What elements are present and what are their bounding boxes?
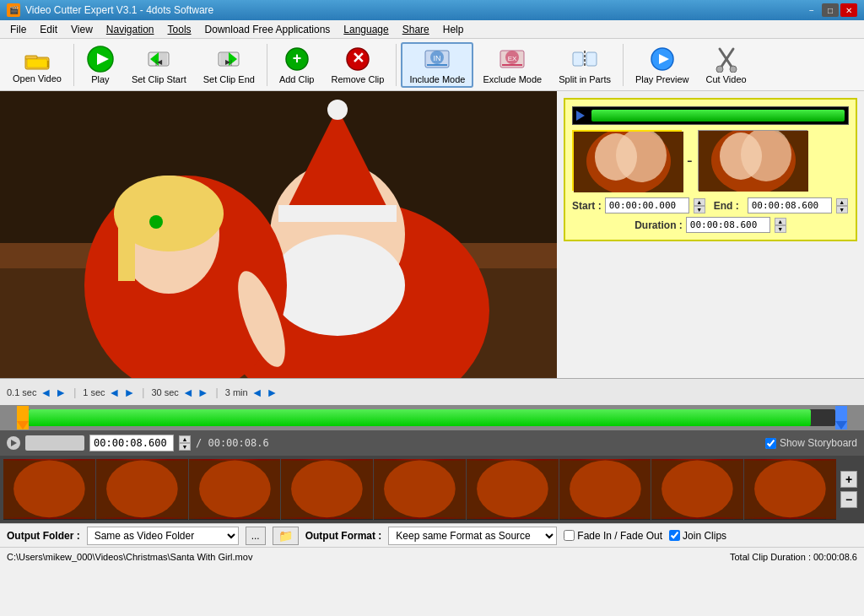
sep1: | xyxy=(73,386,76,398)
close-button[interactable]: ✕ xyxy=(840,3,857,17)
step3-prev[interactable]: ◄ xyxy=(182,386,194,399)
split-in-parts-button[interactable]: Split in Parts xyxy=(551,42,618,88)
clip-thumb-end xyxy=(698,130,807,191)
exclude-mode-button[interactable]: EX Exclude Mode xyxy=(475,42,549,88)
duration-spin-down[interactable]: ▼ xyxy=(775,225,786,233)
set-clip-end-button[interactable]: ▶| Set Clip End xyxy=(196,42,262,88)
add-clip-label: Add Clip xyxy=(279,74,315,84)
sb-img-8 xyxy=(744,459,836,519)
menu-file[interactable]: File xyxy=(3,22,33,37)
output-format-select[interactable]: Keep same Format as Source xyxy=(388,527,557,545)
start-input[interactable] xyxy=(605,197,689,213)
step4-next[interactable]: ► xyxy=(266,386,278,399)
menu-edit[interactable]: Edit xyxy=(33,22,64,37)
duration-input[interactable] xyxy=(686,217,770,233)
add-clip-button[interactable]: + Add Clip xyxy=(272,42,322,88)
svg-rect-25 xyxy=(502,64,522,66)
set-clip-start-button[interactable]: |◀ Set Clip Start xyxy=(124,42,194,88)
svg-text:EX: EX xyxy=(508,55,517,62)
storyboard-label: Show Storyboard xyxy=(780,437,857,449)
remove-clip-button[interactable]: ✕ Remove Clip xyxy=(323,42,392,88)
start-spin-down[interactable]: ▼ xyxy=(694,206,705,213)
zoom-in-button[interactable]: + xyxy=(840,471,857,488)
open-video-button[interactable]: Open Video xyxy=(5,42,69,88)
menu-download[interactable]: Download Free Applications xyxy=(198,22,338,37)
sb-img-5 xyxy=(467,459,559,519)
step4-prev[interactable]: ◄ xyxy=(251,386,263,399)
svg-rect-47 xyxy=(118,213,135,281)
start-spin-up[interactable]: ▲ xyxy=(694,198,705,206)
sb-time-8: 00:00:08.0 xyxy=(744,519,836,520)
play-preview-button[interactable]: Play Preview xyxy=(628,42,697,88)
fade-label: Fade In / Fade Out xyxy=(577,530,662,542)
svg-point-71 xyxy=(570,460,641,517)
set-clip-start-label: Set Clip Start xyxy=(132,74,186,84)
svg-point-69 xyxy=(477,460,548,517)
open-folder-icon xyxy=(24,46,51,72)
include-mode-button[interactable]: IN Include Mode xyxy=(401,42,473,88)
svg-point-48 xyxy=(149,215,163,229)
svg-text:✕: ✕ xyxy=(351,50,364,67)
step2-val: 1 sec xyxy=(83,387,105,397)
include-mode-icon: IN xyxy=(424,46,451,73)
menu-help[interactable]: Help xyxy=(436,22,471,37)
sb-time-4: 00:00:04.0 xyxy=(374,519,466,520)
sb-thumb-6: 00:00:06.0 xyxy=(559,459,651,520)
sb-thumb-3: 00:00:03.0 xyxy=(281,459,373,520)
menu-navigation[interactable]: Navigation xyxy=(100,22,161,37)
maximize-button[interactable]: □ xyxy=(822,3,839,17)
browse-button[interactable]: ... xyxy=(246,527,266,545)
cut-video-icon xyxy=(713,46,740,73)
sb-time-3: 00:00:03.0 xyxy=(281,519,373,520)
storyboard-checkbox[interactable] xyxy=(765,438,776,449)
svg-point-33 xyxy=(716,66,723,73)
end-spin-down[interactable]: ▼ xyxy=(836,206,848,213)
sb-img-0 xyxy=(3,459,95,519)
menu-tools[interactable]: Tools xyxy=(161,22,198,37)
menu-share[interactable]: Share xyxy=(396,22,436,37)
separator-1 xyxy=(73,44,74,86)
step1-prev[interactable]: ◄ xyxy=(40,386,51,399)
time-slider[interactable] xyxy=(25,435,84,451)
cut-video-button[interactable]: Cut Video xyxy=(699,42,754,88)
menu-view[interactable]: View xyxy=(64,22,100,37)
svg-point-75 xyxy=(754,460,826,517)
open-folder-button[interactable]: 📁 xyxy=(273,527,299,545)
step2-next[interactable]: ► xyxy=(123,386,135,399)
join-checkbox[interactable] xyxy=(669,530,680,541)
duration-spin-up[interactable]: ▲ xyxy=(775,218,786,225)
svg-rect-27 xyxy=(586,52,597,66)
minimize-button[interactable]: − xyxy=(803,3,820,17)
timeline-handle-right[interactable] xyxy=(835,406,847,430)
menu-language[interactable]: Language xyxy=(337,22,395,37)
time-spin-up[interactable]: ▲ xyxy=(179,435,191,443)
play-preview-icon xyxy=(649,46,676,73)
fade-checkbox[interactable] xyxy=(564,530,575,541)
include-mode-label: Include Mode xyxy=(409,74,465,84)
clip-play-button[interactable] xyxy=(576,111,585,121)
timeline-bar[interactable] xyxy=(0,405,864,430)
sep3: | xyxy=(216,386,219,398)
play-button[interactable]: Play xyxy=(78,42,122,88)
current-time-input[interactable] xyxy=(89,435,174,451)
svg-text:IN: IN xyxy=(434,54,441,62)
time-display-row: ▲ ▼ / 00:00:08.6 Show Storyboard xyxy=(0,430,864,456)
time-spin-down[interactable]: ▼ xyxy=(179,443,191,451)
right-panel: 01 - xyxy=(557,91,864,378)
storyboard-toggle[interactable]: Show Storyboard xyxy=(765,437,857,449)
end-spin-up[interactable]: ▲ xyxy=(836,198,848,206)
zoom-out-button[interactable]: − xyxy=(840,491,857,508)
step3-next[interactable]: ► xyxy=(197,386,209,399)
sb-time-1: 00:00:01.0 xyxy=(96,519,188,520)
svg-rect-2 xyxy=(27,59,47,68)
timeline-handle-left[interactable] xyxy=(17,406,29,430)
join-check-label[interactable]: Join Clips xyxy=(669,530,726,542)
sb-thumb-1: 00:00:01.0 xyxy=(96,459,188,520)
step2-prev[interactable]: ◄ xyxy=(109,386,121,399)
sb-thumb-4: 00:00:04.0 xyxy=(374,459,466,520)
step1-next[interactable]: ► xyxy=(55,386,67,399)
end-input[interactable] xyxy=(748,197,832,213)
output-folder-select[interactable]: Same as Video Folder xyxy=(87,527,239,545)
fade-check-label[interactable]: Fade In / Fade Out xyxy=(564,530,662,542)
menu-bar: File Edit View Navigation Tools Download… xyxy=(0,20,864,39)
